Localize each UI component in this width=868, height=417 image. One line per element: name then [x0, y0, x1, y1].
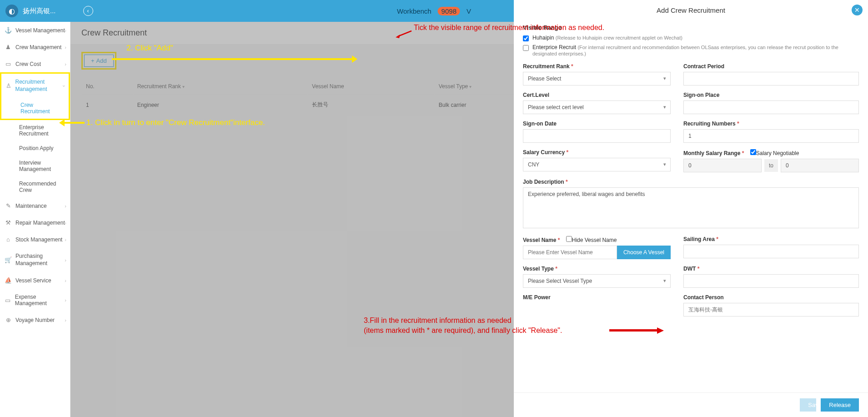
- workbench-badge: 9098: [438, 7, 460, 15]
- contact-person-input[interactable]: [683, 303, 859, 317]
- chevron-down-icon: ›: [61, 85, 67, 87]
- sidebar-subitem-recommended-crew[interactable]: Recommended Crew: [0, 176, 70, 197]
- sidebar-subitem-crew-recruitment[interactable]: Crew Recruitment: [1, 98, 69, 119]
- hammer-icon: ⚒: [5, 219, 12, 226]
- anchor-icon: ⚓: [5, 27, 12, 34]
- sidebar: ⚓Vessel Management› ♟Crew Management› ▭C…: [0, 0, 70, 417]
- chevron-right-icon: ›: [65, 45, 66, 50]
- card-icon: ▭: [5, 60, 12, 67]
- salary-negotiable-checkbox[interactable]: [750, 149, 756, 155]
- sidebar-item-maintenance[interactable]: ✎Maintenance›: [0, 197, 70, 214]
- chevron-right-icon: ›: [65, 28, 66, 33]
- save-button[interactable]: Save: [800, 398, 816, 412]
- salary-currency-select[interactable]: CNY: [523, 158, 671, 171]
- chevron-right-icon: ›: [65, 220, 66, 226]
- chevron-right-icon: ›: [65, 237, 66, 242]
- people-icon: ♟: [5, 44, 12, 50]
- sidebar-item-expense-management[interactable]: ▭Expense Management›: [0, 289, 70, 311]
- hide-vessel-checkbox[interactable]: [566, 236, 572, 242]
- chevron-right-icon: ›: [65, 203, 66, 209]
- house-icon: ⌂: [5, 236, 12, 243]
- sidebar-item-recruitment-management[interactable]: ♙Recruitment Management›: [1, 74, 69, 98]
- wrench-icon: ✎: [5, 202, 12, 209]
- vessel-name-input[interactable]: [523, 246, 617, 259]
- ship-icon: ⛵: [5, 277, 12, 284]
- money-icon: ▭: [5, 297, 11, 304]
- sidebar-item-stock-management[interactable]: ⌂Stock Management›: [0, 231, 70, 248]
- salary-to-input[interactable]: [781, 159, 859, 172]
- company-name: 扬州高银...: [23, 7, 56, 15]
- collapse-sidebar-icon[interactable]: ‹: [83, 6, 93, 16]
- sailing-area-input[interactable]: [683, 245, 859, 258]
- sidebar-item-purchasing-management[interactable]: 🛒Purchasing Management›: [0, 248, 70, 272]
- globe-icon: ⊕: [5, 317, 12, 323]
- company-logo: ◐: [5, 5, 18, 17]
- yellow-arrow-icon: [112, 58, 353, 60]
- chevron-right-icon: ›: [65, 317, 66, 323]
- signon-place-input[interactable]: [683, 100, 859, 114]
- visible-range-label: Visible Range: [523, 24, 562, 31]
- enterprise-recruit-checkbox[interactable]: [523, 45, 529, 51]
- job-description-textarea[interactable]: Experience preferred, liberal wages and …: [523, 187, 859, 228]
- contract-period-input[interactable]: [683, 72, 859, 85]
- dwt-input[interactable]: [683, 274, 859, 288]
- recruiting-numbers-input[interactable]: [683, 129, 859, 143]
- chevron-right-icon: ›: [65, 61, 66, 67]
- cert-level-select[interactable]: Please select cert level: [523, 100, 671, 114]
- person-icon: ♙: [6, 82, 11, 89]
- close-button[interactable]: ✕: [852, 5, 863, 15]
- sidebar-item-voyage-number[interactable]: ⊕Voyage Number›: [0, 311, 70, 328]
- chevron-right-icon: ›: [65, 257, 66, 263]
- sidebar-item-repair-management[interactable]: ⚒Repair Management›: [0, 214, 70, 231]
- sidebar-item-vessel-management[interactable]: ⚓Vessel Management›: [0, 22, 70, 39]
- chevron-right-icon: ›: [65, 278, 66, 283]
- sidebar-item-crew-management[interactable]: ♟Crew Management›: [0, 39, 70, 55]
- chevron-right-icon: ›: [65, 297, 66, 303]
- header-next[interactable]: V: [467, 7, 471, 15]
- workbench-link[interactable]: Workbench: [397, 7, 431, 15]
- recruitment-rank-select[interactable]: Please Select: [523, 72, 671, 85]
- choose-vessel-button[interactable]: Choose A Vessel: [617, 246, 671, 259]
- cart-icon: 🛒: [5, 256, 12, 263]
- signon-date-input[interactable]: [523, 129, 671, 143]
- drawer-title: Add Crew Recruitment: [657, 6, 725, 14]
- close-icon: ✕: [854, 6, 860, 14]
- add-crew-recruitment-drawer: Add Crew Recruitment ✕ Visible Range Huh…: [514, 0, 868, 417]
- vessel-type-select[interactable]: Please Select Vessel Type: [523, 274, 671, 288]
- salary-from-input[interactable]: [683, 159, 762, 172]
- sidebar-subitem-position-apply[interactable]: Position Apply: [0, 141, 70, 156]
- sidebar-subitem-interview-management[interactable]: Interview Management: [0, 156, 70, 176]
- yellow-arrow-left-icon: [64, 122, 85, 124]
- sidebar-item-crew-cost[interactable]: ▭Crew Cost›: [0, 55, 70, 72]
- release-button[interactable]: Release: [821, 398, 859, 412]
- sidebar-item-vessel-service[interactable]: ⛵Vessel Service›: [0, 272, 70, 289]
- huhaipin-checkbox[interactable]: [523, 35, 529, 41]
